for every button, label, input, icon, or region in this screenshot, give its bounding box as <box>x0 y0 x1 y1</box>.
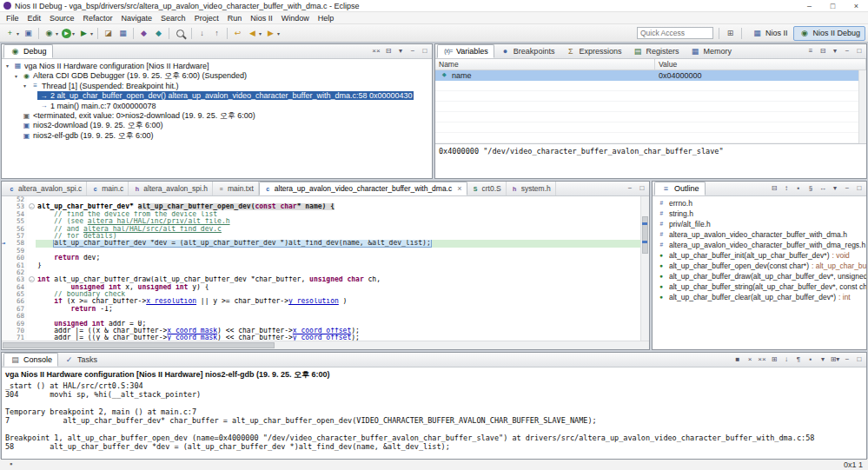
overview-ruler-mark[interactable] <box>642 222 647 225</box>
view-menu-icon[interactable]: ▾ <box>395 46 406 56</box>
annotation-ruler[interactable] <box>2 313 10 320</box>
line-number[interactable]: 70 <box>10 328 27 334</box>
previous-annotation-button[interactable]: ↑ <box>209 26 224 41</box>
save-button[interactable]: ▣ <box>21 26 36 41</box>
annotation-ruler[interactable]: → <box>2 240 10 247</box>
line-number[interactable]: 52 <box>10 196 27 203</box>
code-editor[interactable]: 5253−alt_up_char_buffer_dev* alt_up_char… <box>2 196 649 341</box>
outline-item[interactable]: #altera_up_avalon_video_character_buffer… <box>653 229 866 240</box>
sort-icon[interactable]: ↕ <box>781 183 792 194</box>
menu-help[interactable]: Help <box>314 14 339 23</box>
show-type-names-icon[interactable]: ≡ <box>805 46 816 56</box>
annotation-ruler[interactable] <box>2 298 10 305</box>
perspective-nios-ii-debug[interactable]: ◉Nios II Debug <box>793 26 865 41</box>
variable-detail-pane[interactable]: 0x4000000 "/dev/video_character_buffer_a… <box>435 143 866 178</box>
debug-tree-item[interactable]: ▣nios2-elf-gdb (19. 9. 25. 오후 6:00) <box>2 131 432 142</box>
tab-console[interactable]: ▤Console <box>3 353 58 367</box>
line-number[interactable]: 64 <box>10 284 27 291</box>
editor-vertical-scrollbar[interactable] <box>640 196 649 341</box>
menu-nios-ii[interactable]: Nios II <box>246 14 277 23</box>
editor-tab-main-c[interactable]: cmain.c <box>87 182 129 195</box>
close-window-icon[interactable]: × <box>845 0 868 11</box>
line-number[interactable]: 59 <box>10 248 27 255</box>
scrollbar-thumb[interactable] <box>3 342 275 348</box>
tab-tasks[interactable]: ✓Tasks <box>58 353 103 367</box>
debug-tree-item[interactable]: ▣nios2-download (19. 9. 25. 오후 6:00) <box>2 121 432 131</box>
annotation-ruler[interactable] <box>2 328 10 334</box>
line-number[interactable]: 55 <box>10 218 27 225</box>
console-output[interactable]: vga Nios II Hardware configuration [Nios… <box>2 367 866 459</box>
overview-ruler-mark[interactable] <box>642 241 647 243</box>
search-button[interactable] <box>172 26 189 41</box>
annotation-ruler[interactable] <box>2 334 10 341</box>
tab-variables[interactable]: (x)=Variables <box>437 44 494 58</box>
scroll-lock-icon[interactable]: ↓ <box>781 354 792 365</box>
line-number[interactable]: 69 <box>10 321 27 328</box>
annotation-ruler[interactable] <box>2 262 10 269</box>
menu-file[interactable]: File <box>2 14 23 23</box>
back-button[interactable]: ◀▾ <box>245 26 263 41</box>
open-perspective-icon[interactable]: ⊞ <box>725 28 736 39</box>
annotation-ruler[interactable] <box>2 269 10 276</box>
expand-arrow-icon[interactable]: ▾ <box>12 73 20 79</box>
word-wrap-icon[interactable]: ¶ <box>793 354 804 365</box>
editor-tab-system-h[interactable]: hsystem.h <box>507 182 556 195</box>
line-number[interactable]: 71 <box>10 334 27 341</box>
annotation-ruler[interactable] <box>2 226 10 233</box>
annotation-ruler[interactable] <box>2 291 10 298</box>
line-number[interactable]: 65 <box>10 291 27 298</box>
menu-run[interactable]: Run <box>223 14 247 23</box>
editor-tab-altera-avalon-spi-c[interactable]: caltera_avalon_spi.c <box>3 182 87 195</box>
fold-collapse-icon[interactable]: − <box>29 276 35 282</box>
maximize-icon[interactable]: □ <box>854 183 865 194</box>
tab-expressions[interactable]: ΣExpressions <box>560 44 626 58</box>
annotation-ruler[interactable] <box>2 196 10 203</box>
variables-scrollbar[interactable] <box>858 70 866 143</box>
collapse-all-icon[interactable]: ⊟ <box>769 183 779 194</box>
maximize-window-icon[interactable]: □ <box>821 0 845 11</box>
menu-edit[interactable]: Edit <box>23 14 46 23</box>
outline-item[interactable]: ●alt_up_char_buffer_draw(alt_up_char_buf… <box>653 271 866 281</box>
line-number[interactable]: 68 <box>10 313 27 320</box>
minimize-icon[interactable]: − <box>842 183 852 194</box>
line-number[interactable]: 57 <box>10 233 27 240</box>
menu-search[interactable]: Search <box>156 14 190 23</box>
close-tab-icon[interactable]: × <box>457 184 461 193</box>
line-number[interactable]: 60 <box>10 255 27 261</box>
run-button[interactable]: ▶▾ <box>60 26 76 41</box>
minimize-icon[interactable]: − <box>407 46 418 56</box>
tab-debug[interactable]: ◉ Debug <box>3 44 53 58</box>
annotation-ruler[interactable] <box>2 276 10 283</box>
annotation-ruler[interactable] <box>2 284 10 291</box>
external-tools-button[interactable]: ▶▾ <box>76 26 95 41</box>
minimize-icon[interactable]: − <box>625 183 635 194</box>
annotation-ruler[interactable] <box>2 306 10 313</box>
collapse-all-icon[interactable]: ⊟ <box>818 46 828 56</box>
menu-window[interactable]: Window <box>277 14 314 23</box>
debug-tree-item[interactable]: →1 main() main.c:7 0x00000078 <box>2 101 432 111</box>
outline-item[interactable]: #priv/alt_file.h <box>653 219 866 229</box>
link-with-editor-icon[interactable]: ↔ <box>818 183 828 194</box>
perspective-nios-ii[interactable]: ▦Nios II <box>747 26 792 41</box>
maximize-icon[interactable]: □ <box>637 183 647 194</box>
nios2-tool-2-button[interactable]: ◆ <box>151 26 166 41</box>
menu-refactor[interactable]: Refactor <box>79 14 117 23</box>
last-edit-location-button[interactable]: ↩ <box>230 26 245 41</box>
debug-tree-item[interactable]: ▾▦vga Nios II Hardware configuration [Ni… <box>2 61 432 71</box>
line-number[interactable]: 63 <box>10 276 27 283</box>
outline-item[interactable]: ●alt_up_char_buffer_string(alt_up_char_b… <box>653 281 866 292</box>
terminate-icon[interactable]: ■ <box>732 354 743 365</box>
fold-collapse-icon[interactable]: − <box>29 203 35 209</box>
maximize-icon[interactable]: □ <box>854 354 865 365</box>
minimize-window-icon[interactable]: – <box>798 0 821 11</box>
line-number[interactable]: 56 <box>10 226 27 233</box>
outline-item[interactable]: #errno.h <box>653 198 866 209</box>
minimize-icon[interactable]: − <box>842 354 852 365</box>
remove-all-terminated-icon[interactable]: ×× <box>371 46 381 56</box>
collapse-all-icon[interactable]: ⊟ <box>383 46 394 56</box>
new-project-button[interactable]: ▦ <box>116 26 130 41</box>
annotation-ruler[interactable] <box>2 248 10 255</box>
debug-tree-item[interactable]: ▾◉Altera CDI GDB Debugger (19. 9. 25. 오후… <box>2 71 432 82</box>
editor-tab-altera-up-avalon-video-character-buffer-with-dma-c[interactable]: caltera_up_avalon_video_character_buffer… <box>259 182 467 195</box>
tab-breakpoints[interactable]: ●Breakpoints <box>494 44 560 58</box>
